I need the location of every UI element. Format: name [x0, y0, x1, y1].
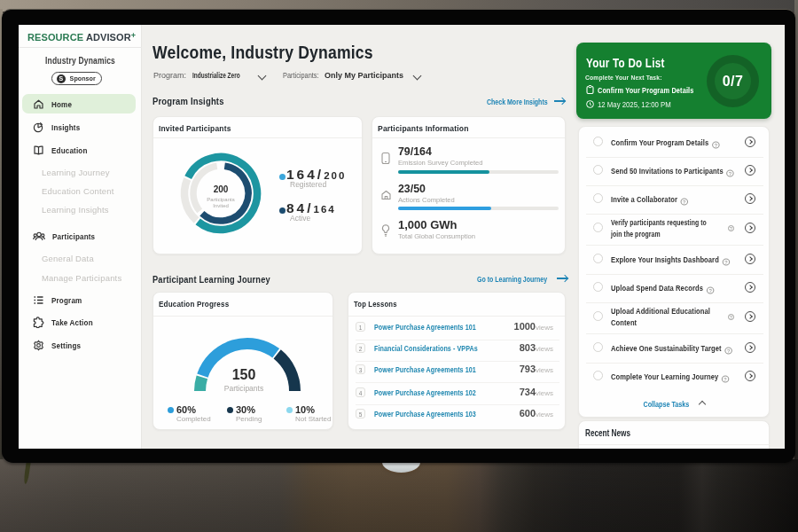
svg-text:200: 200 — [214, 184, 229, 194]
svg-text:Participants: Participants — [207, 197, 234, 202]
svg-text:Invited: Invited — [213, 203, 229, 208]
